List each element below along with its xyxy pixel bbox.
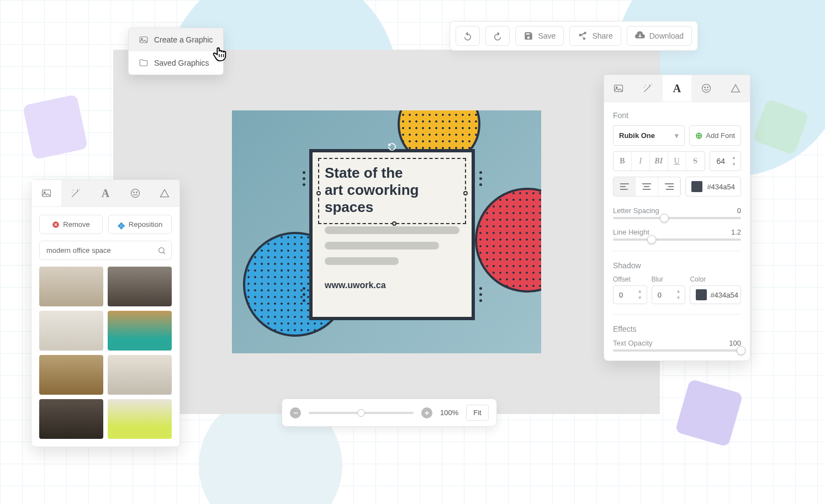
effects-section-label: Effects (613, 325, 741, 333)
drag-dots[interactable] (303, 171, 305, 186)
tab-text[interactable]: A (663, 75, 692, 102)
add-font-button[interactable]: ⊕ Add Font (689, 125, 741, 146)
step-up[interactable]: ▲ (729, 155, 738, 161)
rotate-handle-icon[interactable] (388, 142, 396, 151)
share-icon (578, 31, 588, 41)
image-thumb[interactable] (39, 311, 103, 351)
strike-button[interactable]: S (686, 152, 705, 171)
image-thumb[interactable] (108, 355, 172, 395)
zoom-slider[interactable] (309, 412, 414, 414)
image-thumb[interactable] (39, 355, 103, 395)
headline-text[interactable]: State of the art coworking spaces (325, 165, 459, 216)
svg-rect-19 (620, 189, 628, 190)
letter-spacing-slider[interactable] (613, 217, 741, 219)
save-button[interactable]: Save (515, 26, 564, 46)
italic-button[interactable]: I (632, 152, 650, 171)
cursor-icon (212, 45, 229, 65)
image-thumb[interactable] (108, 399, 172, 439)
tab-images[interactable] (31, 180, 61, 206)
share-button[interactable]: Share (569, 26, 621, 46)
underline-button[interactable]: U (668, 152, 686, 171)
tab-effects[interactable] (633, 75, 663, 102)
svg-point-7 (131, 189, 139, 198)
image-icon (613, 83, 624, 94)
shadow-color-picker[interactable]: #434a54 (690, 285, 741, 304)
zoom-out-button[interactable]: − (290, 407, 301, 418)
zoom-in-button[interactable]: + (421, 407, 432, 418)
divider (613, 251, 741, 251)
download-button[interactable]: Download (627, 26, 692, 46)
drag-dots[interactable] (479, 287, 482, 302)
shadow-section-label: Shadow (613, 261, 741, 270)
drag-dots[interactable] (303, 287, 305, 302)
svg-point-8 (133, 192, 134, 193)
step-up[interactable]: ▲ (636, 288, 644, 295)
letter-spacing-label: Letter Spacing (613, 206, 659, 215)
search-input[interactable] (39, 241, 172, 260)
tab-emoji[interactable] (691, 75, 721, 102)
decor-square (23, 94, 88, 160)
text-card[interactable]: State of the art coworking spaces www.uw… (309, 149, 475, 320)
tab-emoji[interactable] (120, 180, 150, 206)
opacity-slider[interactable] (613, 349, 741, 352)
step-down[interactable]: ▼ (674, 295, 683, 301)
tab-text[interactable]: A (91, 180, 120, 206)
move-icon: ✥ (118, 221, 125, 229)
right-panel-tabs: A (604, 75, 750, 102)
tab-shapes[interactable] (721, 75, 750, 102)
url-text[interactable]: www.uwork.ca (325, 280, 459, 290)
blur-input[interactable]: 0 ▲▼ (652, 285, 686, 304)
svg-rect-23 (665, 183, 674, 184)
font-family-select[interactable]: Rubik One ▾ (613, 125, 685, 146)
right-panel: A Font Rubik One ▾ ⊕ Add Font B I BI U (604, 75, 750, 361)
align-center-button[interactable] (636, 177, 658, 196)
step-down[interactable]: ▼ (636, 295, 644, 301)
smile-icon (130, 188, 141, 199)
image-thumb[interactable] (39, 267, 103, 306)
tab-images[interactable] (604, 75, 633, 102)
align-left-button[interactable] (614, 177, 636, 196)
undo-icon (463, 31, 473, 41)
image-thumb[interactable] (39, 399, 103, 439)
drag-dots[interactable] (479, 171, 482, 186)
bold-button[interactable]: B (614, 152, 632, 171)
graphics-menu: Create a Graphic Saved Graphics (128, 28, 224, 75)
redo-button[interactable] (485, 26, 510, 46)
image-grid (39, 267, 172, 439)
menu-saved-graphics[interactable]: Saved Graphics (129, 51, 223, 75)
text-color-picker[interactable]: #434a54 (685, 177, 741, 197)
tab-shapes[interactable] (150, 180, 179, 206)
offset-input[interactable]: 0 ▲▼ (613, 285, 647, 304)
text-icon: A (102, 187, 109, 200)
reposition-button[interactable]: ✥ Reposition (108, 215, 172, 234)
shape-circle-red[interactable] (475, 188, 541, 293)
image-thumb[interactable] (108, 267, 172, 306)
tab-effects[interactable] (61, 180, 91, 206)
align-right-button[interactable] (658, 177, 680, 196)
step-down[interactable]: ▼ (729, 161, 738, 168)
redo-icon (493, 31, 503, 41)
remove-icon (52, 221, 60, 229)
fit-button[interactable]: Fit (466, 405, 488, 421)
step-up[interactable]: ▲ (674, 288, 683, 295)
undo-button[interactable] (456, 26, 480, 46)
menu-create-graphic[interactable]: Create a Graphic (129, 28, 223, 51)
font-size-input[interactable]: 64 ▲▼ (710, 151, 742, 171)
bold-italic-button[interactable]: BI (650, 152, 668, 171)
letter-spacing-value: 0 (737, 206, 741, 215)
chevron-down-icon: ▾ (675, 131, 679, 140)
line-height-slider[interactable] (613, 238, 741, 241)
svg-point-16 (707, 87, 708, 88)
opacity-label: Text Opacity (613, 339, 653, 347)
wand-icon (642, 83, 653, 94)
design-canvas[interactable]: State of the art coworking spaces www.uw… (232, 110, 541, 353)
color-swatch (691, 181, 702, 192)
left-panel-tabs: A (31, 180, 179, 207)
placeholder-line (325, 257, 399, 265)
svg-rect-22 (643, 189, 651, 190)
triangle-icon (730, 83, 741, 94)
save-icon (523, 31, 533, 41)
remove-button[interactable]: Remove (39, 215, 103, 234)
image-thumb[interactable] (108, 311, 172, 351)
svg-rect-25 (666, 189, 674, 190)
